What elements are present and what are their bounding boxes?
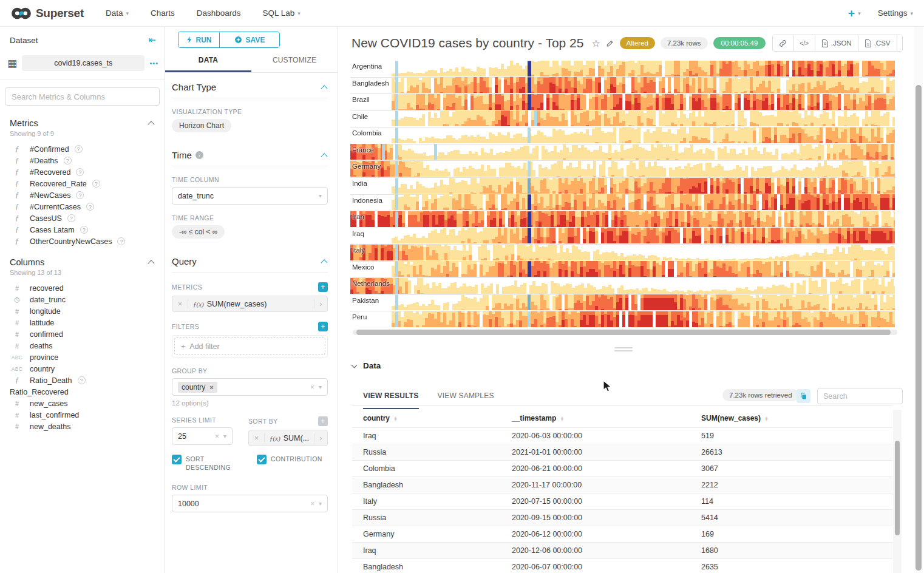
superset-logo[interactable]: Superset [11,7,84,20]
sidebar-column-item[interactable]: #deaths [10,340,155,351]
add-sort-button[interactable]: + [318,416,328,426]
time-range-value[interactable]: -∞ ≤ col < ∞ [172,225,225,239]
export-json-button[interactable]: .JSON [815,35,858,51]
tab-view-results[interactable]: VIEW RESULTS [363,392,419,409]
tab-data[interactable]: DATA [165,56,251,72]
dataset-name[interactable]: covid19.cases_ts [22,55,144,71]
copy-link-button[interactable] [773,35,793,51]
metrics-columns-search-input[interactable] [5,87,160,106]
results-search-input[interactable] [817,388,903,404]
sidebar-metric-item[interactable]: ƒ #NewCases ? [10,189,155,201]
data-panel-toggle[interactable]: Data [352,361,381,370]
remove-tag-icon[interactable]: × [209,384,213,391]
sidebar-metric-item[interactable]: ƒ #Recovered ? [10,166,155,178]
collapse-section-icon[interactable] [322,84,328,90]
table-row[interactable]: Iraq2020-06-03 00:00:00519 [352,428,892,444]
clear-icon[interactable]: × [310,500,314,508]
table-row[interactable]: Bangladesh2020-06-07 00:00:002635 [352,559,892,573]
sidebar-metric-item[interactable]: ƒ CasesUS ? [10,212,155,224]
add-filter-dropzone[interactable]: + Add filter [174,337,325,355]
metric-pill[interactable]: × ƒ(x) SUM(new_cases) › [172,296,328,312]
favorite-star-icon[interactable]: ☆ [591,38,600,49]
scrollbar-thumb[interactable] [356,330,891,335]
collapse-sidebar-icon[interactable]: ⇤ [148,35,156,46]
sidebar-column-item[interactable]: ABCcountry [10,363,155,375]
series-limit-select[interactable]: 25 × ▾ [172,427,233,445]
table-row[interactable]: Iraq2020-12-06 00:00:001680 [352,543,892,559]
scrollbar-thumb[interactable] [895,441,900,535]
scrollbar-thumb[interactable] [916,85,922,571]
collapse-section-icon[interactable] [322,152,328,158]
altered-badge[interactable]: Altered [620,37,655,49]
collapse-section-icon[interactable] [322,259,328,265]
embed-code-button[interactable]: </> [793,35,815,51]
collapse-metrics-icon[interactable] [149,120,155,126]
sidebar-column-item[interactable]: #last_confirmed [10,409,155,421]
row-limit-select[interactable]: 10000 × ▾ [172,495,328,512]
panel-resize-handle[interactable] [614,347,633,353]
help-icon[interactable]: ? [64,157,72,164]
new-menu-button[interactable]: + ▾ [848,7,861,19]
nav-charts[interactable]: Charts [151,8,175,18]
sidebar-column-item[interactable]: ƒRatio_Death? [10,375,155,386]
chart-horizontal-scrollbar[interactable] [353,330,897,335]
sort-descending-checkbox[interactable]: SORT DESCENDING [172,455,239,472]
sidebar-column-item[interactable]: ◷date_trunc [10,294,155,305]
viz-type-value[interactable]: Horizon Chart [172,119,231,132]
help-icon[interactable]: ? [78,376,86,384]
nav-dashboards[interactable]: Dashboards [197,8,241,18]
expand-sort-icon[interactable]: › [314,433,327,442]
table-row[interactable]: Russia2021-01-01 00:00:0026613 [352,444,892,461]
run-button[interactable]: RUN [178,32,220,47]
dataset-options-icon[interactable]: ••• [149,59,158,67]
help-icon[interactable]: ? [86,203,94,211]
sidebar-column-item[interactable]: #latitude [10,317,155,328]
sort-icon[interactable]: ▲▼ [393,416,398,421]
horizon-chart-canvas[interactable] [350,60,895,328]
tab-view-samples[interactable]: VIEW SAMPLES [438,392,494,409]
sidebar-metric-item[interactable]: ƒ #CurrentCases ? [10,201,155,212]
nav-sql-lab[interactable]: SQL Lab▾ [263,8,301,18]
help-icon[interactable]: ? [117,237,125,245]
export-csv-button[interactable]: .CSV [858,35,897,51]
remove-sort-icon[interactable]: × [249,433,265,442]
help-icon[interactable]: ? [80,226,88,234]
expand-metric-icon[interactable]: › [314,299,327,308]
table-row[interactable]: Colombia2020-06-21 00:00:003067 [352,461,892,477]
copy-data-button[interactable] [797,389,810,403]
collapse-columns-icon[interactable] [149,259,155,265]
clear-icon[interactable]: × [215,432,219,441]
remove-metric-icon[interactable]: × [172,299,188,308]
nav-data[interactable]: Data▾ [106,8,129,18]
sidebar-column-item[interactable]: #new_deaths [10,421,155,432]
table-row[interactable]: Germany2020-06-12 00:00:00169 [352,526,892,543]
help-icon[interactable]: ? [75,145,83,153]
sidebar-column-item[interactable]: ABCprovince [10,351,155,363]
sort-by-pill[interactable]: × ƒ(x) SUM(... › [248,430,328,446]
help-icon[interactable]: ? [76,191,84,199]
sidebar-metric-item[interactable]: ƒ OtherCountryNewCases ? [10,236,155,247]
sidebar-metric-item[interactable]: ƒ Cases Latam ? [10,224,155,236]
contribution-checkbox[interactable]: CONTRIBUTION [257,455,322,472]
clear-icon[interactable]: × [310,383,314,392]
sidebar-column-item[interactable]: Ratio_Recovered [10,386,155,398]
sidebar-metric-item[interactable]: ƒ #Deaths ? [10,155,155,166]
sidebar-column-item[interactable]: #recovered [10,282,155,294]
sidebar-metric-item[interactable]: ƒ Recovered_Rate ? [10,178,155,189]
column-header[interactable]: country▲▼ [352,409,501,428]
add-filter-button[interactable]: + [318,322,328,331]
page-scrollbar[interactable] [914,27,923,573]
column-header[interactable]: __timestamp▲▼ [501,409,690,428]
add-metric-button[interactable]: + [318,282,328,292]
sidebar-column-item[interactable]: #longitude [10,305,155,317]
edit-pencil-icon[interactable] [606,39,614,48]
time-column-select[interactable]: date_trunc ▾ [172,187,328,205]
help-icon[interactable]: ? [67,214,75,222]
chart-menu-button[interactable]: ≡ [897,35,903,51]
help-icon[interactable]: ? [92,180,100,188]
settings-menu[interactable]: Settings ▾ [878,8,913,18]
save-button[interactable]: SAVE [220,32,279,47]
table-scrollbar[interactable] [893,410,902,573]
table-row[interactable]: Russia2020-09-15 00:00:005414 [352,510,892,526]
sort-icon[interactable]: ▲▼ [560,416,564,421]
